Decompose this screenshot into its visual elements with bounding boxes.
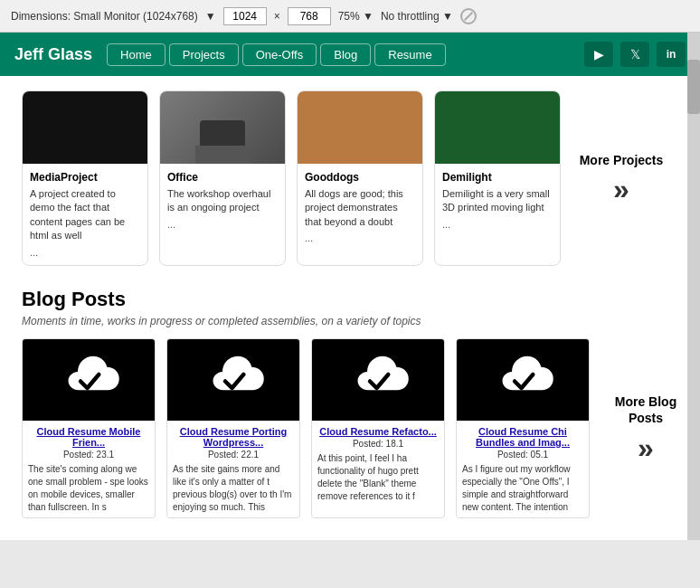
blog-thumb-0 — [23, 339, 155, 421]
project-thumb-gooddogs — [298, 91, 422, 164]
blog-date-2: Posted: 18.1 — [317, 439, 439, 449]
blog-title-0[interactable]: Cloud Resume Mobile Frien... — [28, 426, 149, 448]
project-title-gooddogs: Gooddogs — [305, 171, 415, 184]
blog-date-0: Posted: 23.1 — [28, 450, 149, 460]
twitter-button[interactable]: 𝕏 — [620, 42, 649, 67]
nav-home[interactable]: Home — [107, 43, 166, 66]
more-blog-label: More BlogPosts — [615, 394, 676, 426]
browser-toolbar: Dimensions: Small Monitor (1024x768) ▼ ×… — [0, 0, 700, 33]
page-wrapper: Dimensions: Small Monitor (1024x768) ▼ ×… — [0, 0, 700, 540]
project-title-demilight: Demilight — [442, 171, 553, 184]
blog-excerpt-1: As the site gains more and like it's onl… — [173, 463, 294, 514]
youtube-button[interactable]: ▶ — [584, 42, 613, 67]
blog-thumb-1 — [167, 339, 299, 421]
more-blog-box[interactable]: More BlogPosts » — [601, 338, 678, 518]
youtube-icon: ▶ — [594, 47, 604, 62]
more-blog-chevron[interactable]: » — [638, 433, 654, 462]
project-desc-office: The workshop overhaul is an ongoing proj… — [167, 187, 278, 215]
blog-date-3: Posted: 05.1 — [462, 450, 583, 460]
blog-thumb-3 — [457, 339, 589, 421]
linkedin-button[interactable]: in — [657, 42, 686, 67]
blog-section-title: Blog Posts — [22, 288, 678, 311]
zoom-select[interactable]: 75% ▼ — [338, 10, 374, 23]
cloud-check-icon-0 — [52, 353, 125, 407]
project-card-demilight: Demilight Demilight is a very small 3D p… — [434, 90, 561, 266]
dropdown-arrow[interactable]: ▼ — [205, 10, 216, 23]
project-thumb-demilight — [435, 91, 560, 164]
blog-thumb-2 — [312, 339, 444, 421]
project-card-office: Office The workshop overhaul is an ongoi… — [159, 90, 286, 266]
project-card-gooddogs: Gooddogs All dogs are good; this project… — [297, 90, 423, 266]
blog-title-2[interactable]: Cloud Resume Refacto... — [317, 426, 439, 437]
blog-excerpt-2: At this point, I feel I ha functionality… — [317, 452, 439, 503]
nav-projects[interactable]: Projects — [169, 43, 239, 66]
navbar: Jeff Glass Home Projects One-Offs Blog R… — [0, 33, 700, 76]
blog-card-3: Cloud Resume Chi Bundles and Imag... Pos… — [456, 338, 590, 518]
no-entry-icon — [460, 8, 477, 24]
blog-title-1[interactable]: Cloud Resume Porting Wordpress... — [173, 426, 294, 448]
blog-grid: Cloud Resume Mobile Frien... Posted: 23.… — [22, 338, 678, 518]
height-input[interactable] — [288, 7, 331, 25]
blog-excerpt-3: As I figure out my workflow especially t… — [462, 463, 583, 514]
blog-date-1: Posted: 22.1 — [173, 450, 294, 460]
project-title-office: Office — [167, 171, 278, 184]
cloud-check-icon-3 — [487, 353, 559, 407]
width-input[interactable] — [223, 7, 267, 25]
dimensions-label: Dimensions: Small Monitor (1024x768) — [11, 10, 198, 23]
nav-blog[interactable]: Blog — [320, 43, 371, 66]
blog-section-subtitle: Moments in time, works in progress or co… — [22, 315, 678, 327]
linkedin-icon: in — [667, 48, 676, 61]
blog-excerpt-0: The site's coming along we one small pro… — [28, 463, 149, 514]
blog-card-1: Cloud Resume Porting Wordpress... Posted… — [166, 338, 300, 518]
scrollbar-thumb[interactable] — [687, 60, 700, 114]
project-more-media: ... — [30, 247, 140, 258]
project-card-media: MediaProject A project created to demo t… — [22, 90, 148, 266]
project-desc-demilight: Demilight is a very small 3D printed mov… — [442, 187, 553, 215]
projects-grid: MediaProject A project created to demo t… — [22, 76, 678, 273]
cloud-check-icon-2 — [342, 353, 414, 407]
project-thumb-media — [23, 91, 147, 164]
scrollbar[interactable] — [687, 33, 700, 540]
nav-brand[interactable]: Jeff Glass — [14, 45, 92, 64]
nav-links: Home Projects One-Offs Blog Resume — [107, 43, 584, 66]
more-projects-label: More Projects — [580, 153, 664, 167]
blog-card-0: Cloud Resume Mobile Frien... Posted: 23.… — [22, 338, 156, 518]
project-more-office: ... — [167, 219, 278, 230]
nav-icons: ▶ 𝕏 in — [584, 42, 686, 67]
project-desc-media: A project created to demo the fact that … — [30, 187, 140, 243]
project-more-gooddogs: ... — [305, 232, 415, 243]
more-projects-box[interactable]: More Projects » — [572, 90, 671, 266]
blog-title-3[interactable]: Cloud Resume Chi Bundles and Imag... — [462, 426, 583, 448]
cloud-check-icon-1 — [197, 353, 270, 407]
twitter-icon: 𝕏 — [630, 47, 640, 62]
project-thumb-office — [160, 91, 285, 164]
main-content: MediaProject A project created to demo t… — [0, 76, 700, 540]
more-projects-chevron[interactable]: » — [613, 175, 629, 204]
nav-oneoffs[interactable]: One-Offs — [242, 43, 317, 66]
nav-resume[interactable]: Resume — [374, 43, 445, 66]
project-title-media: MediaProject — [30, 171, 140, 184]
blog-card-2: Cloud Resume Refacto... Posted: 18.1 At … — [311, 338, 445, 518]
project-more-demilight: ... — [442, 219, 553, 230]
throttle-select[interactable]: No throttling ▼ — [381, 10, 453, 23]
project-desc-gooddogs: All dogs are good; this project demonstr… — [305, 187, 415, 229]
